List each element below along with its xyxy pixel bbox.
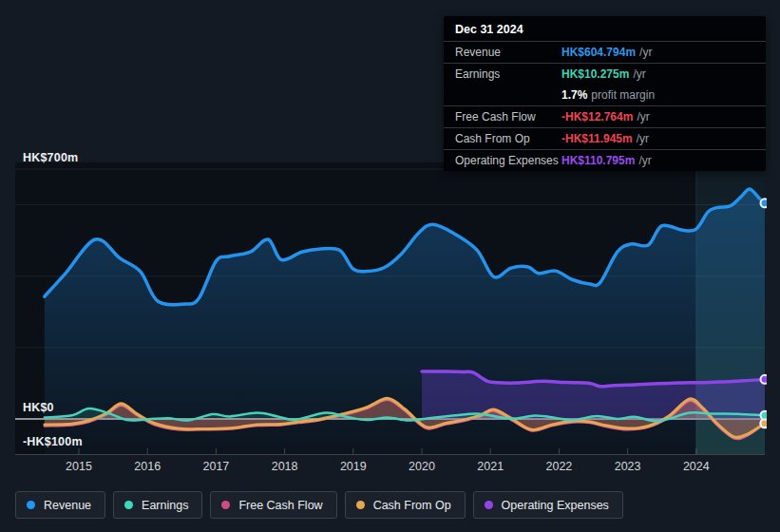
x-tick-label: 2023 — [615, 460, 641, 473]
x-tick-label: 2018 — [272, 460, 298, 473]
legend-label: Cash From Op — [373, 499, 451, 512]
tooltip-label: Revenue — [455, 46, 561, 59]
legend-item-free-cash-flow[interactable]: Free Cash Flow — [210, 491, 336, 519]
legend-item-cash-from-op[interactable]: Cash From Op — [345, 491, 466, 519]
x-tick-label: 2017 — [202, 460, 229, 473]
tooltip-row-cash-from-op: Cash From Op -HK$11.945m /yr — [444, 127, 766, 149]
revenue-dot-icon — [27, 501, 35, 509]
tooltip-row-free-cash-flow: Free Cash Flow -HK$12.764m /yr — [444, 105, 766, 127]
cash-from-op-dot-icon — [356, 501, 365, 509]
x-tick-label: 2016 — [134, 460, 161, 473]
legend-item-operating-expenses[interactable]: Operating Expenses — [473, 491, 623, 519]
tooltip-suffix: /yr — [639, 46, 652, 59]
endpoint-marker-operating-expenses[interactable] — [761, 375, 770, 384]
legend-label: Operating Expenses — [502, 499, 609, 512]
x-tick-label: 2024 — [683, 460, 710, 473]
tooltip-value: HK$604.794m — [561, 46, 636, 59]
endpoint-marker-revenue[interactable] — [761, 199, 770, 207]
operating-expenses-dot-icon — [485, 501, 493, 509]
tooltip-row-revenue: Revenue HK$604.794m /yr — [444, 41, 766, 63]
chart-page: HK$700m HK$0 -HK$100m 201520162017201820… — [0, 0, 780, 532]
tooltip-suffix: /yr — [633, 67, 645, 81]
x-tick-label: 2015 — [66, 460, 92, 473]
tooltip-label: Operating Expenses — [455, 154, 561, 167]
x-tick-label: 2021 — [477, 460, 504, 473]
tooltip-row-operating-expenses: Operating Expenses HK$110.795m /yr — [444, 149, 766, 171]
tooltip-value: 1.7% — [561, 88, 587, 102]
x-tick-label: 2020 — [409, 460, 435, 473]
y-axis-label-bottom: -HK$100m — [23, 435, 83, 448]
earnings-dot-icon — [124, 501, 133, 509]
x-tick-label: 2019 — [340, 460, 367, 473]
tooltip-suffix: /yr — [637, 110, 649, 124]
y-axis-label-zero: HK$0 — [23, 401, 54, 414]
endpoint-marker-earnings[interactable] — [761, 411, 770, 420]
legend-label: Free Cash Flow — [238, 499, 322, 512]
tooltip-value: HK$110.795m — [561, 154, 635, 167]
tooltip-value: HK$10.275m — [561, 67, 629, 81]
x-axis-labels: 2015201620172018201920202021202220232024 — [0, 460, 780, 475]
legend-item-revenue[interactable]: Revenue — [15, 491, 105, 519]
tooltip-label: Earnings — [455, 67, 561, 81]
tooltip-label: Cash From Op — [455, 132, 561, 145]
legend-item-earnings[interactable]: Earnings — [113, 491, 202, 519]
x-tick-label: 2022 — [545, 460, 572, 473]
chart-tooltip: Dec 31 2024 Revenue HK$604.794m /yr Earn… — [444, 16, 766, 171]
y-axis-label-top: HK$700m — [23, 151, 78, 164]
tooltip-suffix: /yr — [637, 132, 649, 145]
legend-label: Revenue — [44, 499, 91, 512]
tooltip-value: -HK$12.764m — [561, 110, 633, 124]
tooltip-row-earnings: Earnings HK$10.275m /yr — [444, 63, 766, 85]
tooltip-label: Free Cash Flow — [455, 110, 561, 124]
tooltip-suffix: /yr — [638, 154, 651, 167]
chart-legend: Revenue Earnings Free Cash Flow Cash Fro… — [15, 491, 623, 519]
tooltip-suffix: profit margin — [591, 88, 655, 102]
tooltip-date: Dec 31 2024 — [444, 16, 766, 41]
tooltip-value: -HK$11.945m — [561, 132, 633, 145]
legend-label: Earnings — [142, 499, 188, 512]
tooltip-row-profit-margin: 1.7% profit margin — [444, 85, 766, 105]
free-cash-flow-dot-icon — [221, 501, 230, 509]
